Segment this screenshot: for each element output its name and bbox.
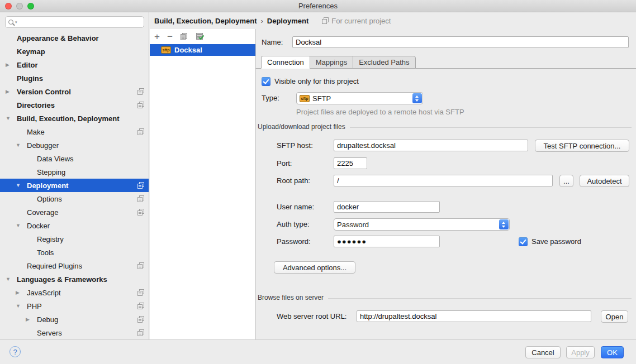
sidebar-item-appearance-behavior[interactable]: Appearance & Behavior: [0, 31, 149, 45]
sidebar-item-deployment[interactable]: ▼Deployment: [0, 179, 149, 192]
tab-mappings[interactable]: Mappings: [310, 56, 353, 69]
sidebar-item-label: Docker: [27, 222, 50, 230]
visible-only-checkbox[interactable]: [262, 77, 270, 86]
sidebar-item-build-execution-deployment[interactable]: ▼Build, Execution, Deployment: [0, 112, 149, 125]
auth-type-value: Password: [337, 221, 369, 229]
deployment-form: Name: ConnectionMappingsExcluded Paths V…: [256, 29, 636, 339]
type-value: SFTP: [312, 94, 331, 103]
chevron-right-icon[interactable]: ▶: [26, 317, 37, 322]
sidebar-item-directories[interactable]: Directories: [0, 98, 149, 112]
close-window-button[interactable]: [5, 3, 12, 9]
sidebar-item-version-control[interactable]: ▶Version Control: [0, 85, 149, 98]
add-server-button[interactable]: +: [154, 32, 160, 41]
sidebar-item-plugins[interactable]: Plugins: [0, 71, 149, 85]
tab-excluded-paths[interactable]: Excluded Paths: [353, 56, 415, 69]
help-button[interactable]: ?: [10, 346, 21, 357]
search-options-chevron-icon[interactable]: ▾: [15, 20, 17, 25]
tab-connection[interactable]: Connection: [261, 56, 310, 69]
autodetect-button[interactable]: Autodetect: [580, 175, 629, 187]
minimize-window-button[interactable]: [16, 3, 23, 9]
type-select[interactable]: sftp SFTP: [296, 92, 423, 104]
window-title: Preferences: [0, 0, 636, 12]
sidebar-item-editor[interactable]: ▶Editor: [0, 58, 149, 71]
remove-server-button[interactable]: −: [167, 32, 173, 41]
sidebar-item-label: Data Views: [37, 155, 74, 163]
advanced-options-button[interactable]: Advanced options...: [274, 261, 355, 274]
sidebar-item-php[interactable]: ▼PHP: [0, 299, 149, 313]
sftp-file-icon: sftp: [300, 95, 310, 102]
sidebar-item-docker[interactable]: ▼Docker: [0, 219, 149, 232]
settings-search-input[interactable]: ▾: [5, 16, 144, 28]
sidebar-item-label: Coverage: [27, 208, 58, 217]
sidebar-item-languages-frameworks[interactable]: ▼Languages & Frameworks: [0, 272, 149, 286]
copy-server-button[interactable]: [180, 32, 188, 41]
sidebar-item-data-views[interactable]: Data Views: [0, 152, 149, 165]
auth-type-select[interactable]: Password: [334, 218, 510, 231]
test-sftp-connection-button[interactable]: Test SFTP connection...: [535, 140, 629, 152]
dialog-footer: ? Cancel Apply OK: [0, 339, 636, 364]
sidebar-item-make[interactable]: Make: [0, 125, 149, 138]
sidebar-item-tools[interactable]: Tools: [0, 246, 149, 259]
chevron-down-icon[interactable]: ▼: [16, 303, 27, 309]
sidebar-item-debug[interactable]: ▶Debug: [0, 313, 149, 326]
sidebar-item-label: Build, Execution, Deployment: [17, 114, 119, 123]
port-input[interactable]: [334, 157, 367, 169]
sidebar-item-coverage[interactable]: Coverage: [0, 205, 149, 219]
name-input[interactable]: [292, 36, 629, 48]
sftp-file-icon: sftp: [161, 46, 171, 54]
ok-button[interactable]: OK: [601, 346, 624, 358]
sidebar-item-servers[interactable]: Servers: [0, 326, 149, 339]
chevron-right-icon[interactable]: ▶: [16, 290, 27, 295]
settings-sidebar: ▾ Appearance & BehaviorKeymap▶EditorPlug…: [0, 12, 149, 339]
chevron-down-icon[interactable]: ▼: [6, 276, 17, 282]
sidebar-item-options[interactable]: Options: [0, 192, 149, 205]
server-list-item-docksal[interactable]: sftp Docksal: [150, 44, 255, 56]
sftp-host-label: SFTP host:: [277, 140, 313, 152]
user-name-input[interactable]: [334, 201, 440, 213]
window-controls: [5, 3, 34, 9]
zoom-window-button[interactable]: [27, 3, 34, 9]
project-settings-icon: [137, 102, 144, 108]
sidebar-item-label: Plugins: [17, 74, 43, 83]
chevron-right-icon[interactable]: ▶: [6, 89, 17, 94]
scope-indicator: For current project: [322, 17, 391, 25]
sidebar-item-label: PHP: [27, 302, 42, 310]
sidebar-item-label: Make: [27, 128, 45, 136]
sidebar-item-javascript[interactable]: ▶JavaScript: [0, 286, 149, 299]
sidebar-item-required-plugins[interactable]: Required Plugins: [0, 259, 149, 272]
server-list-panel: + − sftp Docksal: [150, 29, 256, 339]
chevron-down-icon[interactable]: ▼: [16, 223, 27, 228]
type-help-text: Project files are deployed to a remote h…: [296, 108, 464, 116]
breadcrumb-category[interactable]: Build, Execution, Deployment: [154, 17, 257, 25]
use-as-default-button[interactable]: [196, 32, 205, 41]
visible-only-label: Visible only for this project: [274, 75, 359, 88]
select-stepper-icon: [499, 219, 509, 229]
sidebar-item-stepping[interactable]: Stepping: [0, 165, 149, 179]
sidebar-item-label: Options: [37, 195, 62, 203]
sidebar-item-debugger[interactable]: ▼Debugger: [0, 138, 149, 152]
root-path-input[interactable]: [334, 175, 553, 186]
sftp-host-input[interactable]: [334, 140, 528, 151]
password-input[interactable]: [334, 236, 440, 247]
open-url-button[interactable]: Open: [601, 310, 628, 323]
browse-group-title: Browse files on server: [258, 294, 324, 301]
project-settings-icon: [137, 289, 144, 296]
chevron-down-icon[interactable]: ▼: [16, 183, 27, 188]
project-settings-icon: [137, 195, 144, 202]
server-name: Docksal: [174, 46, 202, 54]
chevron-right-icon[interactable]: ▶: [6, 62, 17, 68]
sidebar-item-keymap[interactable]: Keymap: [0, 45, 149, 58]
save-password-checkbox[interactable]: [519, 237, 528, 246]
sidebar-item-registry[interactable]: Registry: [0, 232, 149, 246]
sidebar-item-label: Stepping: [37, 168, 65, 176]
browse-root-path-button[interactable]: ...: [559, 175, 573, 187]
server-list-toolbar: + −: [150, 29, 255, 44]
chevron-down-icon[interactable]: ▼: [16, 142, 27, 148]
project-settings-icon: [137, 209, 144, 215]
upload-group-title: Upload/download project files: [258, 123, 345, 131]
chevron-down-icon[interactable]: ▼: [6, 116, 17, 121]
scope-label: For current project: [331, 17, 391, 25]
web-root-input[interactable]: [357, 310, 591, 322]
cancel-button[interactable]: Cancel: [525, 346, 561, 358]
apply-button[interactable]: Apply: [566, 346, 595, 358]
